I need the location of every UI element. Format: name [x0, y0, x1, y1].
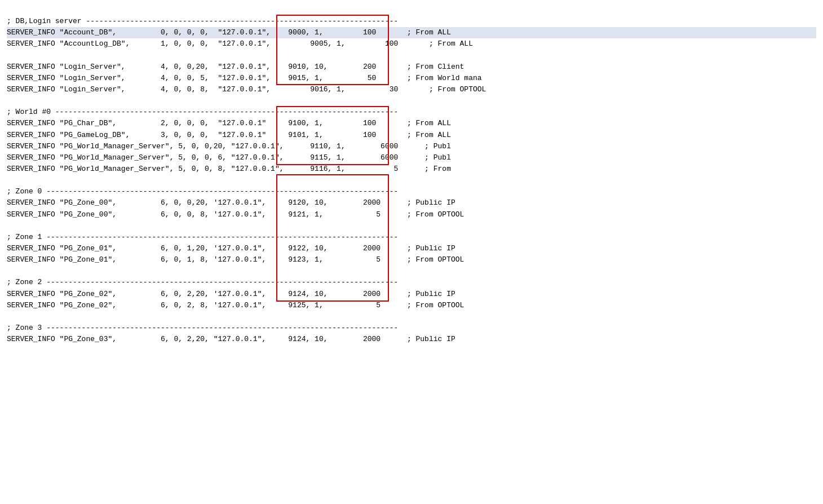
- code-line-16: ; Zone 0 -------------------------------…: [7, 186, 816, 197]
- code-line-29: SERVER_INFO "PG_Zone_03", 6, 0, 2,20, "1…: [7, 334, 816, 345]
- code-line-19: [7, 220, 816, 232]
- code-line-10: SERVER_INFO "PG_Char_DB", 2, 0, 0, 0, "1…: [7, 118, 816, 129]
- code-line-11: SERVER_INFO "PG_GameLog_DB", 3, 0, 0, 0,…: [7, 130, 816, 141]
- code-editor: ; DB,Login server ----------------------…: [0, 0, 823, 350]
- code-line-7: SERVER_INFO "Login_Server", 4, 0, 0, 8, …: [7, 84, 816, 95]
- code-line-4: [7, 50, 816, 61]
- code-line-26: SERVER_INFO "PG_Zone_02", 6, 0, 2, 8, '1…: [7, 300, 816, 311]
- code-line-9: ; World #0 -----------------------------…: [7, 107, 816, 118]
- code-line-13: SERVER_INFO "PG_World_Manager_Server", 5…: [7, 152, 816, 163]
- code-line-6: SERVER_INFO "Login_Server", 4, 0, 0, 5, …: [7, 73, 816, 84]
- code-line-3: SERVER_INFO "AccountLog_DB", 1, 0, 0, 0,…: [7, 38, 816, 50]
- code-line-28: ; Zone 3 -------------------------------…: [7, 322, 816, 334]
- code-line-24: ; Zone 2 -------------------------------…: [7, 277, 816, 288]
- code-line-17: SERVER_INFO "PG_Zone_00", 6, 0, 0,20, '1…: [7, 197, 816, 209]
- code-line-18: SERVER_INFO "PG_Zone_00", 6, 0, 0, 8, '1…: [7, 209, 816, 220]
- code-line-5: SERVER_INFO "Login_Server", 4, 0, 0,20, …: [7, 61, 816, 73]
- code-line-1: ; DB,Login server ----------------------…: [7, 16, 816, 27]
- code-line-27: [7, 311, 816, 322]
- code-line-25: SERVER_INFO "PG_Zone_02", 6, 0, 2,20, '1…: [7, 289, 816, 300]
- code-line-2: SERVER_INFO "Account_DB", 0, 0, 0, 0, "1…: [7, 27, 816, 38]
- code-line-21: SERVER_INFO "PG_Zone_01", 6, 0, 1,20, '1…: [7, 243, 816, 254]
- code-line-15: [7, 175, 816, 186]
- code-line-14: SERVER_INFO "PG_World_Manager_Server", 5…: [7, 163, 816, 175]
- code-line-20: ; Zone 1 -------------------------------…: [7, 232, 816, 243]
- code-line-23: [7, 266, 816, 277]
- code-line-12: SERVER_INFO "PG_World_Manager_Server", 5…: [7, 141, 816, 152]
- code-line-8: [7, 95, 816, 107]
- code-line-22: SERVER_INFO "PG_Zone_01", 6, 0, 1, 8, '1…: [7, 254, 816, 266]
